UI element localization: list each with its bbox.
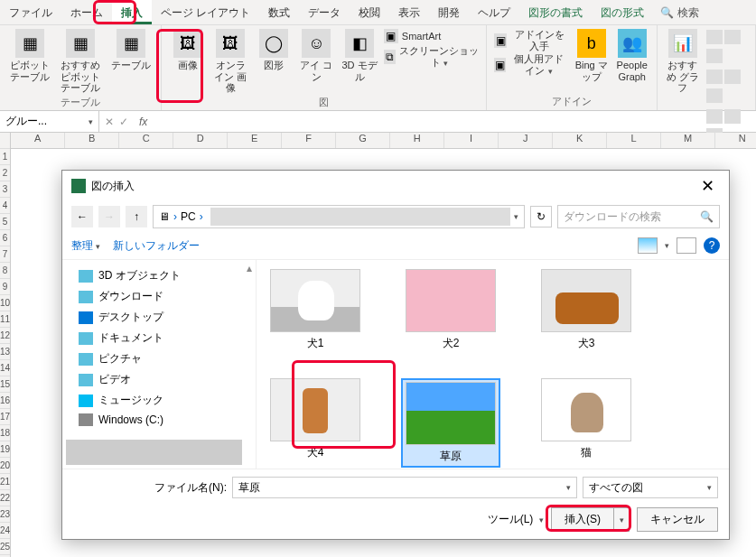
file-type-filter[interactable]: すべての図 ▾ [583,477,718,498]
chevron-down-icon[interactable]: ▾ [707,483,712,492]
online-pictures-button[interactable]: 🖼オンライン 画像 [212,29,250,94]
pictures-button[interactable]: 🖼画像 [169,29,207,71]
tab-file[interactable]: ファイル [0,0,61,24]
tab-page-layout[interactable]: ページ レイアウト [152,0,259,24]
small-chart-icon[interactable] [724,70,741,84]
smartart-button[interactable]: ▣SmartArt [384,29,480,43]
cancel-button[interactable]: キャンセル [637,507,718,532]
tree-item[interactable]: デスクトップ [66,307,252,328]
pivot-table-button[interactable]: ▦ピボット テーブル [7,29,52,82]
column-header[interactable]: C [119,133,173,148]
tab-formulas[interactable]: 数式 [259,0,299,24]
row-header[interactable]: 19 [0,441,10,458]
column-header[interactable]: F [282,133,336,148]
column-header[interactable]: G [336,133,390,148]
breadcrumb-pc[interactable]: PC [181,210,196,223]
tree-item[interactable]: ダウンロード [66,286,252,307]
refresh-button[interactable]: ↻ [530,206,552,227]
column-header[interactable]: H [390,133,444,148]
row-header[interactable]: 8 [0,263,10,279]
column-header[interactable]: B [65,133,119,148]
small-chart-icon[interactable] [706,30,723,44]
close-button[interactable]: ✕ [695,176,720,196]
row-header[interactable]: 4 [0,198,10,214]
organize-button[interactable]: 整理 ▾ [71,238,100,254]
column-header[interactable]: K [553,133,607,148]
column-header[interactable]: N [715,133,756,148]
row-header[interactable]: 9 [0,279,10,295]
row-header[interactable]: 5 [0,214,10,230]
tools-dropdown[interactable]: ツール(L) ▾ [488,512,544,527]
chevron-down-icon[interactable]: ▾ [566,483,571,492]
tree-item[interactable]: ピクチャ [66,348,252,369]
row-header[interactable]: 18 [0,425,10,441]
row-header[interactable]: 3 [0,181,10,198]
screenshot-button[interactable]: ⧉スクリーンショット ▾ [384,45,480,68]
nav-forward-button[interactable]: → [98,206,120,227]
people-graph-button[interactable]: 👥People Graph [614,29,649,82]
nav-back-button[interactable]: ← [71,206,93,227]
row-header[interactable]: 25 [0,539,10,555]
file-item[interactable]: 犬3 [537,269,636,351]
tab-developer[interactable]: 開発 [429,0,469,24]
tab-home[interactable]: ホーム [61,0,112,24]
scroll-up-icon[interactable]: ▴ [247,262,256,271]
row-header[interactable]: 22 [0,490,10,506]
chevron-down-icon[interactable]: ▾ [665,241,669,250]
formula-cancel-icon[interactable]: ✕ [105,116,114,128]
row-header[interactable]: 21 [0,474,10,490]
tab-review[interactable]: 校閲 [350,0,389,24]
tab-insert[interactable]: 挿入 [112,0,152,24]
tree-item[interactable]: ビデオ [66,369,252,390]
nav-up-button[interactable]: ↑ [126,206,147,227]
small-chart-icon[interactable] [724,109,741,124]
file-item[interactable]: 草原 [401,378,500,468]
row-header[interactable]: 2 [0,165,10,181]
preview-pane-button[interactable] [677,237,696,254]
column-header[interactable]: E [228,133,282,148]
recommended-pivot-button[interactable]: ▦おすすめ ピボットテーブル [58,29,103,94]
icons-button[interactable]: ☺アイ コン [298,29,336,82]
column-header[interactable]: L [607,133,661,148]
tree-item[interactable]: ドキュメント [66,328,252,348]
row-header[interactable]: 7 [0,246,10,263]
row-header[interactable]: 17 [0,409,10,425]
shapes-button[interactable]: ◯図形 [255,29,293,71]
chevron-down-icon[interactable]: ▾ [514,212,518,221]
row-header[interactable]: 23 [0,506,10,523]
row-header[interactable]: 15 [0,376,10,393]
filename-input[interactable]: 草原 ▾ [232,477,577,498]
row-header[interactable]: 12 [0,328,10,344]
small-chart-icon[interactable] [706,49,723,63]
table-button[interactable]: ▦テーブル [108,29,154,71]
insert-dropdown-button[interactable]: ▾ [613,507,630,532]
get-addins-button[interactable]: ▣アドインを入手 [494,29,568,51]
column-header[interactable]: A [11,133,65,148]
tree-item[interactable]: ミュージック [66,390,252,411]
file-item[interactable]: 犬2 [401,269,500,351]
view-mode-button[interactable] [638,237,658,254]
column-header[interactable]: M [661,133,715,148]
row-header[interactable]: 6 [0,230,10,246]
row-header[interactable]: 13 [0,344,10,360]
new-folder-button[interactable]: 新しいフォルダー [113,238,200,254]
row-header[interactable]: 16 [0,393,10,409]
dialog-search-input[interactable]: ダウンロードの検索 🔍 [557,205,720,228]
row-header[interactable]: 10 [0,295,10,311]
row-header[interactable]: 24 [0,523,10,539]
tree-item[interactable]: 3D オブジェクト [66,265,252,286]
tab-view[interactable]: 表示 [389,0,429,24]
3d-models-button[interactable]: ◧3D モデル [341,29,378,82]
tab-data[interactable]: データ [299,0,350,24]
tab-shape-format[interactable]: 図形の書式 [519,0,592,24]
row-header[interactable]: 20 [0,458,10,474]
my-addins-button[interactable]: ▣個人用アドイン ▾ [494,53,568,76]
formula-confirm-icon[interactable]: ✓ [119,116,128,128]
recommended-charts-button[interactable]: 📊おすすめ グラフ [665,29,700,94]
column-header[interactable]: I [444,133,499,148]
column-header[interactable]: D [173,133,228,148]
insert-button[interactable]: 挿入(S) [551,507,613,532]
small-chart-icon[interactable] [706,109,723,124]
column-header[interactable]: J [499,133,553,148]
help-button[interactable]: ? [704,237,720,254]
